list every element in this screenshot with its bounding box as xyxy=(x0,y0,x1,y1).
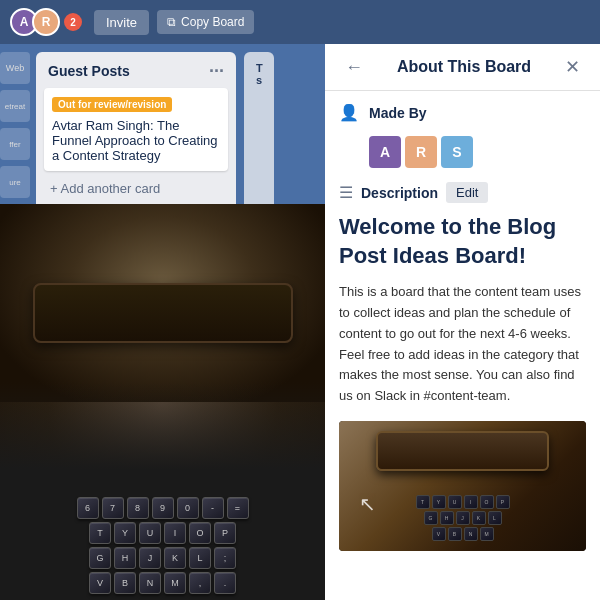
platen xyxy=(33,283,293,343)
key-semi: ; xyxy=(214,547,236,569)
mk-b: B xyxy=(448,527,462,541)
key-7: 7 xyxy=(102,497,124,519)
column-header: Guest Posts ··· xyxy=(44,60,228,82)
key-o: O xyxy=(189,522,211,544)
description-header: ☰ Description Edit xyxy=(339,182,586,203)
copy-icon: ⧉ xyxy=(167,15,176,29)
column-menu-icon[interactable]: ··· xyxy=(209,62,224,80)
sidebar-item-offer[interactable]: ffer xyxy=(0,128,30,160)
madeby-avatar-1: A xyxy=(369,136,401,168)
key-8: 8 xyxy=(127,497,149,519)
key-i: I xyxy=(164,522,186,544)
key-6: 6 xyxy=(77,497,99,519)
key-0: 0 xyxy=(177,497,199,519)
key-b: B xyxy=(114,572,136,594)
key-k: K xyxy=(164,547,186,569)
madeby-avatar-3: S xyxy=(441,136,473,168)
typewriter-background: 6 7 8 9 0 - = T Y U I O P xyxy=(0,204,325,600)
key-m: M xyxy=(164,572,186,594)
person-icon: 👤 xyxy=(339,103,359,122)
mini-key-row-2: G H J K L xyxy=(349,511,576,525)
key-l: L xyxy=(189,547,211,569)
description-text: This is a board that the content team us… xyxy=(339,282,586,407)
key-t: T xyxy=(89,522,111,544)
description-label: Description xyxy=(361,185,438,201)
mk-h: H xyxy=(440,511,454,525)
mini-typewriter-image: T Y U I O P G H J K L xyxy=(339,421,586,551)
mini-platen xyxy=(376,431,549,471)
key-dot: . xyxy=(214,572,236,594)
key-minus: - xyxy=(202,497,224,519)
made-by-label: Made By xyxy=(369,105,427,121)
description-title: Welcome to the Blog Post Ideas Board! xyxy=(339,213,586,270)
key-eq: = xyxy=(227,497,249,519)
mk-n: N xyxy=(464,527,478,541)
mk-g: G xyxy=(424,511,438,525)
madeby-avatars: A R S xyxy=(369,136,586,168)
edit-button[interactable]: Edit xyxy=(446,182,488,203)
notification-badge: 2 xyxy=(64,13,82,31)
mini-keyboard: T Y U I O P G H J K L xyxy=(349,495,576,543)
key-p: P xyxy=(214,522,236,544)
mk-p: P xyxy=(496,495,510,509)
card-text: Avtar Ram Singh: The Funnel Approach to … xyxy=(52,118,220,163)
card-1[interactable]: Out for review/revision Avtar Ram Singh:… xyxy=(44,88,228,171)
column-title: Guest Posts xyxy=(48,63,130,79)
add-card-button[interactable]: + Add another card xyxy=(44,177,228,200)
key-y: Y xyxy=(114,522,136,544)
top-bar: A R 2 Invite ⧉ Copy Board xyxy=(0,0,600,44)
key-j: J xyxy=(139,547,161,569)
sidebar-item-retreat[interactable]: etreat xyxy=(0,90,30,122)
back-button[interactable]: ← xyxy=(339,55,369,80)
mk-t: T xyxy=(416,495,430,509)
close-button[interactable]: ✕ xyxy=(559,54,586,80)
key-u: U xyxy=(139,522,161,544)
mini-key-row-1: T Y U I O P xyxy=(349,495,576,509)
made-by-section: 👤 Made By xyxy=(339,103,586,122)
typewriter-top-section xyxy=(0,204,325,402)
key-v: V xyxy=(89,572,111,594)
mk-o: O xyxy=(480,495,494,509)
key-9: 9 xyxy=(152,497,174,519)
about-header: ← About This Board ✕ xyxy=(325,44,600,91)
key-h: H xyxy=(114,547,136,569)
overlay-arrow-icon: ↖ xyxy=(359,492,376,516)
about-panel: ← About This Board ✕ 👤 Made By A R S ☰ D… xyxy=(325,44,600,600)
mk-j: J xyxy=(456,511,470,525)
main-content: Web etreat ffer ure a pier me" g to Gues… xyxy=(0,44,600,600)
board-area: Web etreat ffer ure a pier me" g to Gues… xyxy=(0,44,325,600)
mk-l: L xyxy=(488,511,502,525)
card-badge: Out for review/revision xyxy=(52,97,172,112)
sidebar-item-web[interactable]: Web xyxy=(0,52,30,84)
mk-v: V xyxy=(432,527,446,541)
next-column-header: Ts xyxy=(252,60,266,88)
typewriter-visual: 6 7 8 9 0 - = T Y U I O P xyxy=(0,204,325,600)
description-icon: ☰ xyxy=(339,183,353,202)
sidebar-item-feature[interactable]: ure xyxy=(0,166,30,198)
about-panel-title: About This Board xyxy=(397,58,531,76)
madeby-avatar-2: R xyxy=(405,136,437,168)
keyboard-area: 6 7 8 9 0 - = T Y U I O P xyxy=(0,382,325,600)
avatar-2: R xyxy=(32,8,60,36)
key-row-tyuiop: T Y U I O P xyxy=(10,522,315,544)
invite-button[interactable]: Invite xyxy=(94,10,149,35)
key-row-ghjkl: G H J K L ; xyxy=(10,547,315,569)
key-comma: , xyxy=(189,572,211,594)
mk-u: U xyxy=(448,495,462,509)
about-body[interactable]: 👤 Made By A R S ☰ Description Edit Welco… xyxy=(325,91,600,600)
mk-i: I xyxy=(464,495,478,509)
avatar-group: A R 2 xyxy=(10,8,82,36)
board-image: T Y U I O P G H J K L xyxy=(339,421,586,551)
key-row-vbnm: V B N M , . xyxy=(10,572,315,594)
copy-board-button[interactable]: ⧉ Copy Board xyxy=(157,10,254,34)
key-n: N xyxy=(139,572,161,594)
mk-k: K xyxy=(472,511,486,525)
mk-y: Y xyxy=(432,495,446,509)
key-g: G xyxy=(89,547,111,569)
key-row-numbers: 6 7 8 9 0 - = xyxy=(10,497,315,519)
mini-key-row-3: V B N M xyxy=(349,527,576,541)
mk-m: M xyxy=(480,527,494,541)
